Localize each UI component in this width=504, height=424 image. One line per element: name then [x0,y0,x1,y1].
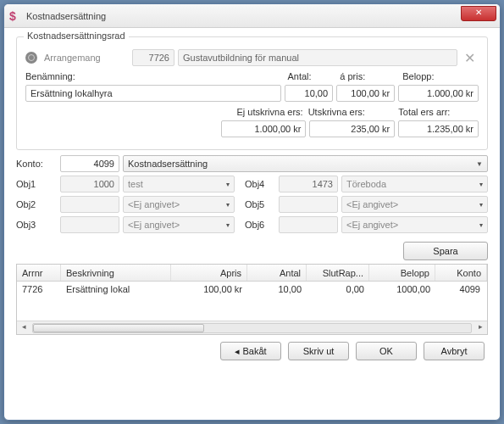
fieldset-legend: Kostnadsersättningsrad [24,31,129,41]
scroll-thumb[interactable] [33,324,204,332]
skrivut-button[interactable]: Skriv ut [288,342,349,360]
col-apris[interactable]: Apris [171,265,247,281]
col-arrnr[interactable]: Arrnr [17,265,61,281]
table-row[interactable]: 7726 Ersättning lokal 100,00 kr 10,00 0,… [17,282,487,297]
obj6-code [279,216,338,233]
chevron-down-icon: ▾ [479,201,483,209]
total-label: Total ers arr: [398,107,479,117]
obj4-select[interactable]: Töreboda▾ [341,176,488,192]
obj2-select[interactable]: <Ej angivet>▾ [123,196,235,213]
titlebar[interactable]: $ Kostnadsersättning ✕ [4,4,500,28]
konto-code-input[interactable]: 4099 [60,155,119,172]
scroll-track[interactable] [32,323,472,333]
col-konto[interactable]: Konto [435,265,487,281]
benamning-input[interactable]: Ersättning lokalhyra [25,85,281,102]
col-slutrap[interactable]: SlutRap... [307,265,369,281]
konto-select[interactable]: Kostnadsersättning ▼ [123,155,488,172]
kostnad-fieldset: Kostnadsersättningsrad Arrangemang 7726 … [16,36,488,150]
obj1-select[interactable]: test▾ [123,176,235,192]
total-value: 1.235,00 kr [398,120,479,137]
col-antal[interactable]: Antal [247,265,307,281]
scroll-right-icon[interactable]: ▸ [474,322,487,334]
antal-label: Antal: [287,71,340,81]
close-button[interactable]: ✕ [461,6,496,21]
clear-arrangemang-icon[interactable]: ✕ [461,50,479,66]
obj3-select[interactable]: <Ej angivet>▾ [123,216,235,233]
avbryt-button[interactable]: Avbryt [424,342,485,360]
utskrivna-label: Utskrivna ers: [308,107,399,117]
col-belopp[interactable]: Belopp [369,265,435,281]
belopp-label: Belopp: [402,71,479,81]
obj5-label: Obj5 [245,199,275,209]
app-icon: $ [9,9,23,23]
obj6-label: Obj6 [245,220,275,230]
obj4-label: Obj4 [245,179,275,189]
ej-utskrivna-value: 1.000,00 kr [221,120,307,137]
chevron-down-icon: ▾ [226,181,230,188]
obj3-label: Obj3 [16,220,57,230]
arrangemang-icon [25,52,37,64]
obj6-select[interactable]: <Ej angivet>▾ [341,216,488,233]
arrangemang-label: Arrangemang [44,53,129,63]
arrangemang-id: 7726 [132,49,174,66]
obj1-code: 1000 [60,176,119,192]
obj3-code [60,216,119,233]
chevron-down-icon: ▾ [479,221,483,229]
obj5-select[interactable]: <Ej angivet>▾ [341,196,488,213]
scroll-left-icon[interactable]: ◂ [17,322,30,334]
col-beskrivning[interactable]: Beskrivning [61,265,171,281]
chevron-down-icon: ▾ [479,181,483,188]
konto-label: Konto: [16,159,57,169]
chevron-down-icon: ▼ [476,160,483,168]
bakat-button[interactable]: ◂ Bakåt [220,342,281,360]
belopp-input[interactable]: 1.000,00 kr [398,85,479,102]
arrangemang-name: Gustavutbildning för manual [178,49,457,66]
konto-select-value: Kostnadsersättning [128,159,208,169]
obj1-label: Obj1 [16,179,57,189]
obj4-code: 1473 [279,176,338,192]
results-grid[interactable]: Arrnr Beskrivning Apris Antal SlutRap...… [16,264,488,335]
spara-button[interactable]: Spara [403,242,488,260]
obj5-code [279,196,338,213]
chevron-down-icon: ▾ [226,221,230,229]
obj2-code [60,196,119,213]
obj2-label: Obj2 [16,199,57,209]
ok-button[interactable]: OK [356,342,417,360]
grid-header: Arrnr Beskrivning Apris Antal SlutRap...… [17,265,487,282]
utskrivna-value: 235,00 kr [309,120,395,137]
chevron-down-icon: ▾ [226,201,230,209]
benamning-label: Benämning: [25,71,287,81]
horizontal-scrollbar[interactable]: ◂ ▸ [17,321,487,334]
ej-utskrivna-label: Ej utskrivna ers: [218,107,308,117]
window-title: Kostnadsersättning [26,11,106,21]
content-area: Kostnadsersättningsrad Arrangemang 7726 … [4,28,500,369]
dialog-window: $ Kostnadsersättning ✕ Kostnadsersättnin… [3,3,501,421]
apris-input[interactable]: 100,00 kr [336,85,395,102]
apris-label: á pris: [340,71,402,81]
antal-input[interactable]: 10,00 [285,85,333,102]
dialog-footer: ◂ Bakåt Skriv ut OK Avbryt [16,335,488,364]
